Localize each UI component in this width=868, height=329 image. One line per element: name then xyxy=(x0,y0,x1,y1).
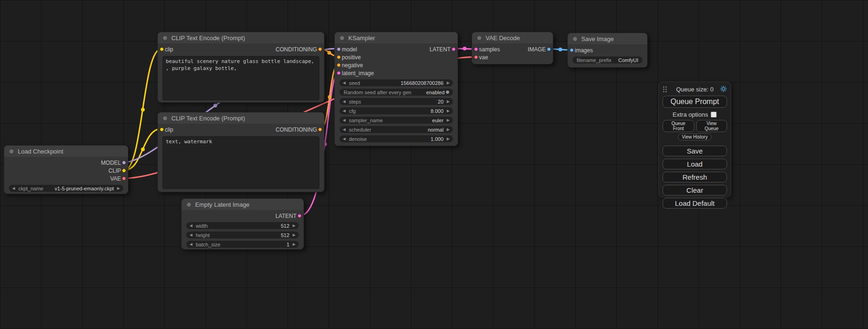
collapse-dot-icon[interactable] xyxy=(572,36,578,42)
arrow-right-icon[interactable]: ▶ xyxy=(293,224,296,228)
arrow-left-icon[interactable]: ◀ xyxy=(190,224,192,228)
widget-denoise[interactable]: ◀ denoise 1.000 ▶ xyxy=(339,135,453,142)
widget-width[interactable]: ◀ width 512 ▶ xyxy=(186,222,299,229)
collapse-dot-icon[interactable] xyxy=(162,35,168,41)
node-titlebar[interactable]: VAE Decode xyxy=(472,32,553,43)
arrow-right-icon[interactable]: ▶ xyxy=(447,81,450,85)
arrow-right-icon[interactable]: ▶ xyxy=(117,187,120,190)
output-dot-model[interactable] xyxy=(122,161,126,165)
arrow-right-icon[interactable]: ▶ xyxy=(293,233,296,237)
arrow-right-icon[interactable]: ▶ xyxy=(447,100,450,104)
output-dot-vae[interactable] xyxy=(122,176,126,181)
widget-ckpt-name[interactable]: ◀ ckpt_name v1-5-pruned-emaonly.ckpt ▶ xyxy=(9,185,123,192)
arrow-left-icon[interactable]: ◀ xyxy=(343,119,346,122)
node-save-image[interactable]: Save Image images filename_prefix ComfyU… xyxy=(567,33,648,68)
node-titlebar[interactable]: KSampler xyxy=(335,32,458,43)
widget-seed[interactable]: ◀ seed 156680208700286 ▶ xyxy=(339,79,453,86)
output-dot-conditioning[interactable] xyxy=(318,47,322,51)
output-dot-clip[interactable] xyxy=(122,168,126,173)
widget-steps[interactable]: ◀ steps 20 ▶ xyxy=(339,98,453,105)
refresh-button[interactable]: Refresh xyxy=(663,172,727,182)
toggle-dot-icon[interactable] xyxy=(445,90,450,94)
extra-options-checkbox[interactable] xyxy=(711,112,717,118)
widget-value: normal xyxy=(428,127,444,133)
collapse-dot-icon[interactable] xyxy=(186,202,191,207)
node-clip-text-encode-positive[interactable]: CLIP Text Encode (Prompt) clip CONDITION… xyxy=(157,32,325,103)
load-button[interactable]: Load xyxy=(663,159,727,169)
node-title: Empty Latent Image xyxy=(195,201,249,208)
node-titlebar[interactable]: Load Checkpoint xyxy=(4,146,128,157)
arrow-right-icon[interactable]: ▶ xyxy=(447,109,450,113)
slot-row: clip CONDITIONING xyxy=(158,126,324,133)
node-load-checkpoint[interactable]: Load Checkpoint MODEL CLIP VAE ◀ ckpt_na… xyxy=(4,145,128,194)
extra-options-label: Extra options xyxy=(673,111,708,118)
widget-label: scheduler xyxy=(349,127,371,133)
output-dot-latent[interactable] xyxy=(452,47,456,51)
input-dot-latent-image[interactable] xyxy=(337,71,341,75)
widget-height[interactable]: ◀ height 512 ▶ xyxy=(186,231,299,238)
widget-filename-prefix[interactable]: filename_prefix ComfyUI xyxy=(572,56,642,63)
widget-label: height xyxy=(196,232,210,238)
widget-value: enabled xyxy=(426,90,445,95)
input-dot-clip[interactable] xyxy=(160,127,164,132)
node-graph-canvas[interactable]: Load Checkpoint MODEL CLIP VAE ◀ ckpt_na… xyxy=(0,0,868,329)
arrow-left-icon[interactable]: ◀ xyxy=(343,109,346,113)
widget-sampler-name[interactable]: ◀ sampler_name euler ▶ xyxy=(339,117,453,124)
arrow-right-icon[interactable]: ▶ xyxy=(293,243,296,246)
drag-handle-icon[interactable] xyxy=(663,86,668,92)
node-ksampler[interactable]: KSampler model LATENT positive negative … xyxy=(334,32,458,146)
queue-front-button[interactable]: Queue Front xyxy=(663,120,694,132)
output-label: LATENT xyxy=(275,213,296,219)
node-titlebar[interactable]: CLIP Text Encode (Prompt) xyxy=(158,32,324,43)
input-dot-negative[interactable] xyxy=(337,63,341,67)
input-dot-positive[interactable] xyxy=(337,55,341,59)
clear-button[interactable]: Clear xyxy=(663,185,727,196)
input-dot-model[interactable] xyxy=(337,47,341,51)
arrow-left-icon[interactable]: ◀ xyxy=(343,128,346,132)
node-title: KSampler xyxy=(348,35,375,42)
arrow-right-icon[interactable]: ▶ xyxy=(447,137,450,141)
node-titlebar[interactable]: CLIP Text Encode (Prompt) xyxy=(158,112,324,124)
node-vae-decode[interactable]: VAE Decode samples IMAGE vae xyxy=(472,32,553,64)
prompt-text-input[interactable]: beautiful scenery nature glass bottle la… xyxy=(162,56,319,100)
arrow-left-icon[interactable]: ◀ xyxy=(343,81,346,85)
arrow-left-icon[interactable]: ◀ xyxy=(190,243,192,246)
load-default-button[interactable]: Load Default xyxy=(663,198,727,209)
output-dot-latent[interactable] xyxy=(297,214,302,218)
view-queue-button[interactable]: View Queue xyxy=(696,120,727,132)
input-dot-images[interactable] xyxy=(570,48,574,52)
node-titlebar[interactable]: Save Image xyxy=(568,33,647,44)
widget-cfg[interactable]: ◀ cfg 8.000 ▶ xyxy=(339,107,453,114)
link-midpoint-dot xyxy=(327,51,331,55)
arrow-left-icon[interactable]: ◀ xyxy=(190,233,192,237)
settings-gear-icon[interactable] xyxy=(720,85,727,92)
collapse-dot-icon[interactable] xyxy=(9,149,14,154)
widget-random-seed-toggle[interactable]: Random seed after every gen enabled xyxy=(339,89,453,96)
node-clip-text-encode-negative[interactable]: CLIP Text Encode (Prompt) clip CONDITION… xyxy=(157,112,325,192)
widget-scheduler[interactable]: ◀ scheduler normal ▶ xyxy=(339,126,453,133)
arrow-left-icon[interactable]: ◀ xyxy=(12,187,15,190)
input-dot-clip[interactable] xyxy=(160,47,164,51)
input-label: positive xyxy=(342,54,361,61)
output-dot-image[interactable] xyxy=(547,47,551,51)
input-dot-samples[interactable] xyxy=(474,47,478,51)
arrow-right-icon[interactable]: ▶ xyxy=(447,128,450,132)
view-history-button[interactable]: View History xyxy=(678,133,711,140)
output-label: CONDITIONING xyxy=(275,126,317,133)
input-dot-vae[interactable] xyxy=(474,55,478,59)
widget-label: seed xyxy=(349,80,360,86)
queue-prompt-button[interactable]: Queue Prompt xyxy=(663,96,727,108)
output-dot-conditioning[interactable] xyxy=(318,127,322,132)
node-titlebar[interactable]: Empty Latent Image xyxy=(182,199,303,210)
collapse-dot-icon[interactable] xyxy=(477,35,482,41)
arrow-left-icon[interactable]: ◀ xyxy=(343,137,346,141)
node-title: VAE Decode xyxy=(486,35,520,42)
save-button[interactable]: Save xyxy=(663,146,727,156)
node-empty-latent-image[interactable]: Empty Latent Image LATENT ◀ width 512 ▶ … xyxy=(181,198,304,250)
widget-batch-size[interactable]: ◀ batch_size 1 ▶ xyxy=(186,241,299,248)
prompt-text-input[interactable]: text, watermark xyxy=(162,136,319,189)
arrow-left-icon[interactable]: ◀ xyxy=(343,100,346,104)
collapse-dot-icon[interactable] xyxy=(339,35,345,41)
arrow-right-icon[interactable]: ▶ xyxy=(447,119,450,122)
collapse-dot-icon[interactable] xyxy=(162,116,168,121)
